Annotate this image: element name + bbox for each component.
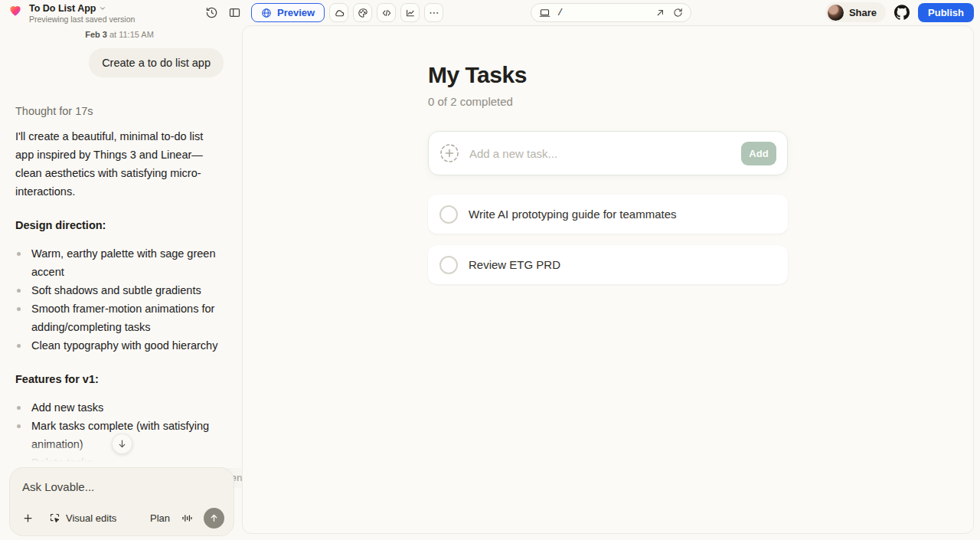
ellipsis-icon: ⋯ [429,7,439,18]
mode-toolbar: Preview [251,3,443,22]
task-row[interactable]: Write AI prototyping guide for teammates [428,195,788,234]
refresh-icon [673,8,683,18]
user-message-bubble[interactable]: Create a to do list app [89,48,224,77]
visual-edits-button[interactable]: Visual edits [49,512,116,524]
app-preview-panel: My Tasks 0 of 2 completed Add Write AI p… [242,25,974,534]
plus-circle-dashed-icon [439,143,459,163]
panel-layout-icon [228,6,241,19]
task-checkbox[interactable] [439,205,458,224]
design-direction-heading: Design direction: [15,219,224,231]
refresh-button[interactable] [673,8,683,18]
plan-button[interactable]: Plan [150,512,170,524]
task-label: Review ETG PRD [469,258,560,271]
main-area: Feb 3 at 11:15 AM Create a to do list ap… [0,25,980,540]
preview-status-text: Previewing last saved version [29,15,135,24]
code-icon [381,8,392,18]
device-icon[interactable] [539,7,550,18]
line-chart-icon [405,8,416,18]
github-button[interactable] [892,2,912,22]
design-direction-list: Warm, earthy palette with sage green acc… [15,244,224,355]
preview-url-bar[interactable]: / [531,3,691,22]
top-bar: To Do List App Previewing last saved ver… [0,0,980,25]
user-avatar [828,5,844,21]
visual-edits-label: Visual edits [66,512,116,524]
arrow-down-icon [117,439,127,449]
share-button-label: Share [849,7,877,18]
more-options-button[interactable]: ⋯ [424,3,443,22]
completed-count-text: 0 of 2 completed [428,95,788,108]
project-title: To Do List App [29,3,96,14]
list-item: Delete tasks [15,453,224,464]
visual-edits-icon [49,512,60,524]
thought-duration-label[interactable]: Thought for 17s [15,105,224,117]
chat-history[interactable]: Feb 3 at 11:15 AM Create a to do list ap… [0,25,242,464]
lovable-logo-icon[interactable] [8,3,23,18]
user-message-row: Create a to do list app [15,48,224,77]
palette-icon [358,8,368,18]
plus-icon [22,512,34,524]
history-group [205,6,241,19]
ai-intro-paragraph: I'll create a beautiful, minimal to-do l… [15,127,224,201]
todo-app: My Tasks 0 of 2 completed Add Write AI p… [428,62,788,284]
globe-icon [261,8,272,18]
add-task-button[interactable]: Add [741,142,776,165]
github-icon [894,5,910,20]
history-button[interactable] [205,6,218,19]
project-text: To Do List App Previewing last saved ver… [29,3,135,24]
chat-input[interactable] [22,480,221,493]
list-item: Warm, earthy palette with sage green acc… [15,244,224,281]
code-button[interactable] [377,3,396,22]
arrow-up-icon [209,513,219,523]
app-title: My Tasks [428,62,788,88]
history-icon [205,6,218,19]
timestamp-date: Feb 3 [85,30,107,39]
task-checkbox[interactable] [439,256,458,274]
cloud-button[interactable] [329,3,348,22]
cloud-icon [334,8,345,18]
waveform-icon [181,512,193,524]
features-list: Add new tasks Mark tasks complete (with … [15,398,224,464]
url-path-text[interactable]: / [557,8,648,18]
toggle-sidebar-button[interactable] [228,6,241,19]
analytics-button[interactable] [400,3,420,22]
publish-button[interactable]: Publish [918,3,974,22]
list-item: Smooth framer-motion animations for addi… [15,299,224,336]
features-heading: Features for v1: [15,373,224,385]
url-actions [655,8,683,18]
arrow-up-right-icon [655,8,665,18]
send-message-button[interactable] [204,508,224,529]
list-item: Clean typography with good hierarchy [15,336,224,355]
list-item: Soft shadows and subtle gradients [15,281,224,299]
top-actions: Share Publish [825,2,974,22]
project-name-row[interactable]: To Do List App [29,3,135,14]
attach-button[interactable] [22,512,34,524]
task-row[interactable]: Review ETG PRD [428,245,788,284]
open-external-button[interactable] [655,8,665,18]
chat-timestamp: Feb 3 at 11:15 AM [15,30,224,39]
theme-button[interactable] [353,3,372,22]
new-task-input[interactable] [469,147,731,160]
task-label: Write AI prototyping guide for teammates [469,208,677,221]
add-task-card: Add [428,131,788,175]
list-item: Add new tasks [15,398,224,417]
chat-sidebar: Feb 3 at 11:15 AM Create a to do list ap… [0,25,242,540]
chat-composer[interactable]: Visual edits Plan [9,467,234,536]
composer-toolbar: Visual edits Plan [22,508,224,529]
scroll-to-bottom-button[interactable] [112,434,132,454]
preview-mode-button[interactable]: Preview [251,3,325,22]
voice-input-button[interactable] [181,512,193,524]
preview-button-label: Preview [277,7,315,18]
timestamp-time: at 11:15 AM [109,30,154,39]
project-info: To Do List App Previewing last saved ver… [8,3,135,24]
share-button[interactable]: Share [825,2,886,22]
chevron-down-icon [99,5,106,12]
